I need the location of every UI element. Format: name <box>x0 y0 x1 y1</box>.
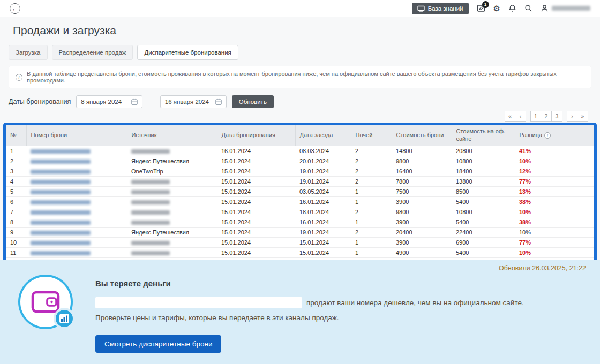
cell-site-price: 20800 <box>452 146 515 156</box>
cell-arrival-date: 18.01.2024 <box>295 207 351 217</box>
booking-number-redacted <box>31 231 91 235</box>
column-header-label: Номер брони <box>31 132 68 139</box>
update-button[interactable]: Обновить <box>232 95 274 108</box>
feedback-button[interactable]: 1 <box>477 4 485 12</box>
cell-arrival-date: 15.01.2024 <box>295 247 351 257</box>
booking-number-redacted <box>31 190 91 194</box>
pagination-prev[interactable]: ‹ <box>515 111 526 122</box>
cell-booking-number[interactable] <box>26 247 127 257</box>
diff-info-icon[interactable]: i <box>544 132 551 139</box>
knowledge-base-label: База знаний <box>428 5 463 12</box>
banner-line-1: продают ваши номера дешевле, чем вы на о… <box>95 297 524 308</box>
settings-button[interactable]: ⚙ <box>493 4 500 12</box>
cell-booking-number[interactable] <box>26 196 127 207</box>
bar-chart-badge <box>54 308 75 329</box>
user-icon <box>541 4 549 12</box>
cell-source <box>127 237 217 247</box>
top-bar: ← База знаний 1 ⚙ <box>0 0 600 17</box>
cell-nights: 2 <box>351 156 392 166</box>
cell-diff: 10% <box>515 207 594 217</box>
tab-disparity-bookings[interactable]: Диспаритетные бронирования <box>137 45 238 60</box>
cell-diff: 77% <box>515 176 594 186</box>
source-redacted <box>131 241 170 245</box>
source-redacted <box>131 221 170 225</box>
cell-source <box>127 176 217 186</box>
tab-sales-distribution[interactable]: Распределение продаж <box>52 45 133 60</box>
cell-num: 8 <box>6 217 26 227</box>
cell-source <box>127 146 217 156</box>
user-menu[interactable] <box>541 4 590 12</box>
back-button[interactable]: ← <box>10 3 20 14</box>
column-header: № <box>6 125 26 146</box>
view-disparity-bookings-button[interactable]: Смотреть диспаритетные брони <box>95 335 221 353</box>
pagination-page-2[interactable]: 2 <box>541 111 552 122</box>
cell-nights: 1 <box>351 247 392 257</box>
cell-diff: 12% <box>515 166 594 176</box>
column-header: Номер брони <box>26 125 127 146</box>
cell-booking-date: 15.01.2024 <box>217 156 295 166</box>
source-redacted <box>131 251 170 255</box>
cell-num: 10 <box>6 237 26 247</box>
cell-source: Яндекс.Путешествия <box>127 227 217 237</box>
cell-booking-number[interactable] <box>26 237 127 247</box>
cell-num: 3 <box>6 166 26 176</box>
column-header-label: Стоимость на оф. сайте <box>456 128 511 143</box>
knowledge-base-button[interactable]: База знаний <box>412 3 469 14</box>
cell-booking-number[interactable] <box>26 166 127 176</box>
cell-booking-number[interactable] <box>26 146 127 156</box>
cell-site-price: 10800 <box>452 156 515 166</box>
cell-booking-number[interactable] <box>26 186 127 196</box>
table-header-row: №Номер брониИсточникДата бронированияДат… <box>6 125 594 146</box>
cell-num: 7 <box>6 207 26 217</box>
pagination-page-1[interactable]: 1 <box>530 111 541 122</box>
pagination-last[interactable]: » <box>578 111 588 122</box>
cell-source: OneTwoTrip <box>127 166 217 176</box>
date-from-input[interactable]: 8 января 2024 <box>76 95 142 108</box>
cell-nights: 2 <box>351 176 392 186</box>
cell-booking-date: 15.01.2024 <box>217 247 295 257</box>
cell-booking-number[interactable] <box>26 217 127 227</box>
pagination-first[interactable]: « <box>505 111 515 122</box>
cell-booking-date: 15.01.2024 <box>217 176 295 186</box>
cell-nights: 2 <box>351 166 392 176</box>
pagination-page-3[interactable]: 3 <box>552 111 562 122</box>
cell-site-price: 8500 <box>452 186 515 196</box>
cell-arrival-date: 16.01.2024 <box>295 196 351 207</box>
disparity-table-highlight: №Номер брониИсточникДата бронированияДат… <box>3 123 597 270</box>
notifications-button[interactable] <box>508 4 516 12</box>
table-row: 3OneTwoTrip15.01.202419.01.2024216400184… <box>6 166 594 176</box>
calendar-icon <box>131 98 138 105</box>
cell-site-price: 10800 <box>452 207 515 217</box>
back-arrow-icon: ← <box>12 5 18 12</box>
column-header: Разницаi <box>515 125 594 146</box>
cell-booking-price: 7800 <box>392 176 452 186</box>
cell-site-price: 13800 <box>452 176 515 186</box>
cell-site-price: 18400 <box>452 166 515 176</box>
cell-diff: 41% <box>515 146 594 156</box>
search-button[interactable] <box>524 4 532 12</box>
pagination-forward-group: ›» <box>567 111 588 122</box>
cell-booking-number[interactable] <box>26 176 127 186</box>
disparity-table: №Номер брониИсточникДата бронированияДат… <box>6 125 594 268</box>
column-header: Стоимость на оф. сайте <box>452 125 515 146</box>
banner-illustration <box>16 266 79 364</box>
cell-diff: 38% <box>515 217 594 227</box>
column-header: Источник <box>127 125 217 146</box>
top-bar-actions: База знаний 1 ⚙ <box>412 3 590 14</box>
cell-booking-number[interactable] <box>26 207 127 217</box>
cell-booking-number[interactable] <box>26 156 127 166</box>
table-row: 615.01.202416.01.202413900540038% <box>6 196 594 207</box>
table-row: 9Яндекс.Путешествия15.01.202419.01.20242… <box>6 227 594 237</box>
date-to-input[interactable]: 16 января 2024 <box>160 95 227 108</box>
cell-diff: 13% <box>515 186 594 196</box>
table-row: 1015.01.202415.01.202413900690077% <box>6 237 594 247</box>
cell-nights: 2 <box>351 207 392 217</box>
pagination-next[interactable]: › <box>567 111 578 122</box>
tab-load[interactable]: Загрузка <box>9 45 48 60</box>
cell-arrival-date: 16.01.2024 <box>295 217 351 227</box>
column-header-label: Ночей <box>356 132 373 139</box>
cell-site-price: 5400 <box>452 196 515 207</box>
cell-diff: 10% <box>515 227 594 237</box>
cell-nights: 1 <box>351 217 392 227</box>
cell-booking-number[interactable] <box>26 227 127 237</box>
